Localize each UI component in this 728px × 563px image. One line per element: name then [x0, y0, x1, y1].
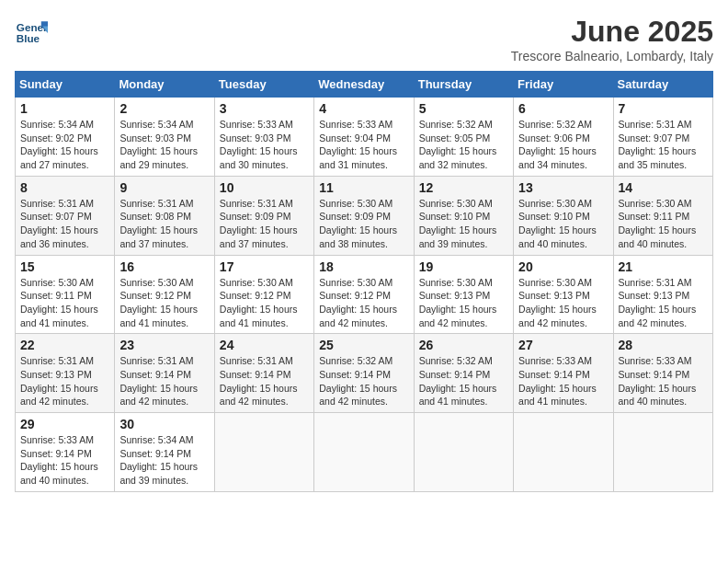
table-row	[414, 413, 513, 492]
table-row	[314, 413, 414, 492]
calendar-subtitle: Trescore Balneario, Lombardy, Italy	[511, 49, 713, 63]
table-row: 13Sunrise: 5:30 AMSunset: 9:10 PMDayligh…	[514, 176, 613, 255]
table-row: 21Sunrise: 5:31 AMSunset: 9:13 PMDayligh…	[613, 255, 712, 334]
header-tuesday: Tuesday	[214, 72, 313, 98]
table-row: 16Sunrise: 5:30 AMSunset: 9:12 PMDayligh…	[115, 255, 214, 334]
table-row: 29Sunrise: 5:33 AMSunset: 9:14 PMDayligh…	[16, 413, 115, 492]
header-thursday: Thursday	[414, 72, 513, 98]
table-row: 1Sunrise: 5:34 AMSunset: 9:02 PMDaylight…	[16, 98, 115, 177]
table-row: 6Sunrise: 5:32 AMSunset: 9:06 PMDaylight…	[514, 98, 613, 177]
table-row: 30Sunrise: 5:34 AMSunset: 9:14 PMDayligh…	[115, 413, 214, 492]
table-row	[514, 413, 613, 492]
table-row: 17Sunrise: 5:30 AMSunset: 9:12 PMDayligh…	[214, 255, 313, 334]
table-row: 2Sunrise: 5:34 AMSunset: 9:03 PMDaylight…	[115, 98, 214, 177]
title-section: June 2025 Trescore Balneario, Lombardy, …	[511, 15, 713, 63]
table-row: 22Sunrise: 5:31 AMSunset: 9:13 PMDayligh…	[16, 334, 115, 413]
table-row: 19Sunrise: 5:30 AMSunset: 9:13 PMDayligh…	[414, 255, 513, 334]
table-row: 14Sunrise: 5:30 AMSunset: 9:11 PMDayligh…	[613, 176, 712, 255]
calendar-title: June 2025	[511, 15, 713, 49]
table-row: 9Sunrise: 5:31 AMSunset: 9:08 PMDaylight…	[115, 176, 214, 255]
table-row: 7Sunrise: 5:31 AMSunset: 9:07 PMDaylight…	[613, 98, 712, 177]
table-row: 15Sunrise: 5:30 AMSunset: 9:11 PMDayligh…	[16, 255, 115, 334]
svg-text:Blue: Blue	[17, 32, 40, 44]
header-friday: Friday	[514, 72, 613, 98]
page-header: General Blue June 2025 Trescore Balneari…	[15, 15, 713, 63]
calendar-table: Sunday Monday Tuesday Wednesday Thursday…	[15, 71, 713, 492]
table-row	[613, 413, 712, 492]
logo-icon: General Blue	[15, 15, 48, 48]
table-row: 20Sunrise: 5:30 AMSunset: 9:13 PMDayligh…	[514, 255, 613, 334]
table-row: 11Sunrise: 5:30 AMSunset: 9:09 PMDayligh…	[314, 176, 414, 255]
weekday-header-row: Sunday Monday Tuesday Wednesday Thursday…	[16, 72, 713, 98]
table-row: 26Sunrise: 5:32 AMSunset: 9:14 PMDayligh…	[414, 334, 513, 413]
table-row	[214, 413, 313, 492]
header-monday: Monday	[115, 72, 214, 98]
table-row: 5Sunrise: 5:32 AMSunset: 9:05 PMDaylight…	[414, 98, 513, 177]
table-row: 24Sunrise: 5:31 AMSunset: 9:14 PMDayligh…	[214, 334, 313, 413]
logo: General Blue	[15, 15, 48, 48]
table-row: 23Sunrise: 5:31 AMSunset: 9:14 PMDayligh…	[115, 334, 214, 413]
table-row: 12Sunrise: 5:30 AMSunset: 9:10 PMDayligh…	[414, 176, 513, 255]
table-row: 28Sunrise: 5:33 AMSunset: 9:14 PMDayligh…	[613, 334, 712, 413]
table-row: 4Sunrise: 5:33 AMSunset: 9:04 PMDaylight…	[314, 98, 414, 177]
table-row: 3Sunrise: 5:33 AMSunset: 9:03 PMDaylight…	[214, 98, 313, 177]
table-row: 10Sunrise: 5:31 AMSunset: 9:09 PMDayligh…	[214, 176, 313, 255]
table-row: 18Sunrise: 5:30 AMSunset: 9:12 PMDayligh…	[314, 255, 414, 334]
table-row: 25Sunrise: 5:32 AMSunset: 9:14 PMDayligh…	[314, 334, 414, 413]
table-row: 27Sunrise: 5:33 AMSunset: 9:14 PMDayligh…	[514, 334, 613, 413]
header-wednesday: Wednesday	[314, 72, 414, 98]
header-sunday: Sunday	[16, 72, 115, 98]
header-saturday: Saturday	[613, 72, 712, 98]
table-row: 8Sunrise: 5:31 AMSunset: 9:07 PMDaylight…	[16, 176, 115, 255]
